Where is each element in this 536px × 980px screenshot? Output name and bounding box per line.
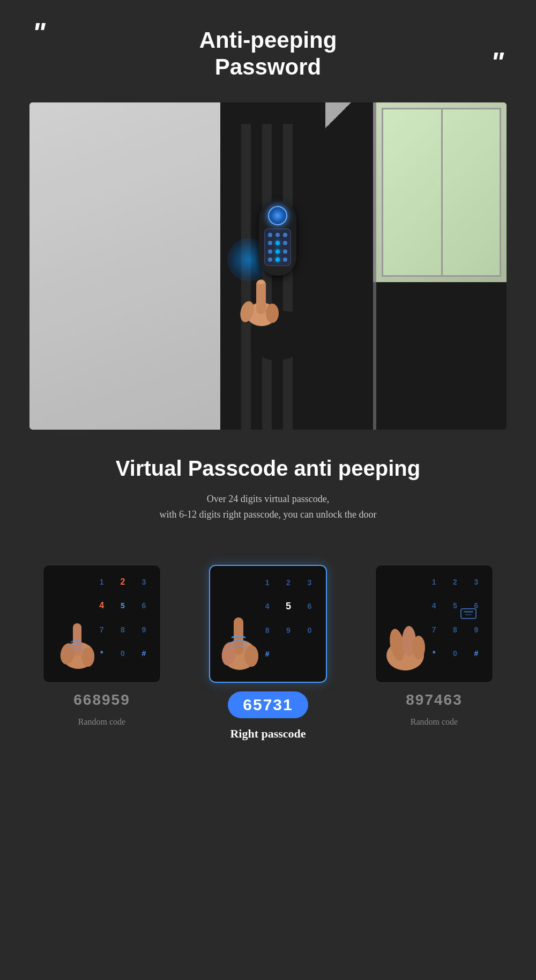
passcode-number-right: 897463 [406, 691, 462, 709]
hand-right-svg [376, 615, 435, 680]
kp-key-m1: 1 [259, 572, 276, 592]
key-0 [276, 257, 280, 262]
kp-key-l5: 5 [114, 596, 131, 616]
kp-key-m5: 5 [280, 596, 296, 616]
window-frame [382, 108, 501, 277]
kp-key-l3: 3 [136, 572, 152, 592]
kp-key-m2: 2 [280, 572, 296, 592]
window-pane-bottom [373, 282, 507, 430]
kp-key-r8: 8 [446, 620, 463, 639]
svg-point-13 [244, 645, 258, 667]
key-7 [268, 249, 272, 254]
key-star [268, 257, 272, 262]
kp-key-l1: 1 [93, 572, 110, 592]
kp-key-r2: 2 [446, 572, 463, 592]
page-title: Anti-peeping Password [32, 21, 504, 81]
hand-svg [211, 266, 318, 363]
header-section: " Anti-peeping Password " [0, 0, 536, 92]
virtual-section: Virtual Passcode anti peeping Over 24 di… [0, 430, 536, 544]
svg-point-17 [412, 636, 425, 659]
kp-key-l0: 0 [114, 644, 131, 664]
passcode-label-right: Random code [411, 717, 458, 727]
virtual-description: Over 24 digits virtual passcode, with 6-… [32, 491, 504, 522]
svg-rect-2 [256, 279, 266, 314]
passcode-card-right: 1 2 3 4 5 6 7 8 9 * 0 # [359, 565, 509, 727]
svg-point-4 [266, 304, 279, 323]
kp-key-m3: 3 [301, 572, 318, 592]
virtual-title: Virtual Passcode anti peeping [32, 456, 504, 481]
fingerprint-sensor [268, 206, 287, 225]
window-pane-top [373, 102, 507, 283]
kp-key-l8: 8 [114, 620, 131, 639]
kp-key-l2: 2 [114, 572, 131, 592]
passcode-label-left: Random code [78, 717, 125, 727]
nfc-card-icon [460, 608, 477, 619]
key-3 [283, 233, 287, 237]
kp-key-m6: 6 [301, 596, 318, 616]
key-hash [283, 257, 287, 262]
quote-left-icon: " [32, 19, 46, 47]
passcode-cards: 1 2 3 4 5 6 7 8 9 * 0 # [0, 543, 536, 757]
hand-area [211, 266, 318, 363]
kp-key-l6: 6 [136, 596, 152, 616]
passcode-number-middle: 65731 [228, 691, 308, 718]
keypad-display-right: 1 2 3 4 5 6 7 8 9 * 0 # [375, 565, 493, 683]
kp-key-r9: 9 [468, 620, 485, 639]
key-6 [283, 241, 287, 245]
lock-keypad [264, 229, 291, 266]
key-1 [268, 233, 272, 237]
hand-left-svg [46, 615, 105, 680]
kp-key-l9: 9 [136, 620, 152, 639]
quote-right-icon: " [490, 48, 504, 76]
main-door-image [29, 102, 507, 430]
passcode-card-middle: 1 2 3 4 5 6 8 9 0 # [193, 565, 343, 741]
key-4 [268, 241, 272, 245]
passcode-card-left: 1 2 3 4 5 6 7 8 9 * 0 # [27, 565, 177, 727]
kp-key-r1: 1 [426, 572, 442, 592]
kp-key-lhash: # [136, 644, 152, 664]
keypad-display-middle: 1 2 3 4 5 6 8 9 0 # [209, 565, 327, 683]
window-right [373, 102, 507, 430]
kp-key-r3: 3 [468, 572, 485, 592]
kp-key-r0: 0 [446, 644, 463, 664]
key-8 [276, 249, 280, 254]
passcode-number-left: 668959 [73, 691, 130, 709]
wall-left [29, 102, 230, 430]
smart-lock [254, 201, 302, 276]
kp-key-rhash: # [468, 644, 485, 664]
svg-point-5 [257, 280, 265, 284]
key-9 [283, 249, 287, 254]
passcode-label-middle: Right passcode [230, 727, 306, 741]
bottom-spacer [0, 757, 536, 789]
window-frame-divider [441, 109, 443, 276]
key-2 [276, 233, 280, 237]
hand-middle-svg [210, 612, 269, 682]
keypad-display-left: 1 2 3 4 5 6 7 8 9 * 0 # [43, 565, 161, 683]
kp-key-l4: 4 [93, 596, 110, 616]
kp-key-r4: 4 [426, 596, 442, 616]
key-5 [276, 241, 280, 245]
kp-key-m0: 0 [301, 620, 318, 640]
kp-key-m9: 9 [280, 620, 296, 640]
